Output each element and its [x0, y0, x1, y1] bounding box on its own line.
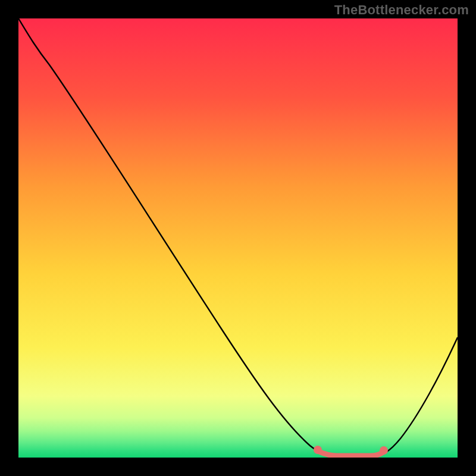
marker-right	[380, 446, 388, 455]
bottleneck-chart	[18, 18, 458, 458]
gradient-background	[18, 18, 458, 458]
watermark-text: TheBottlenecker.com	[334, 2, 469, 18]
chart-frame: TheBottlenecker.com	[0, 0, 476, 476]
marker-left	[314, 446, 322, 454]
